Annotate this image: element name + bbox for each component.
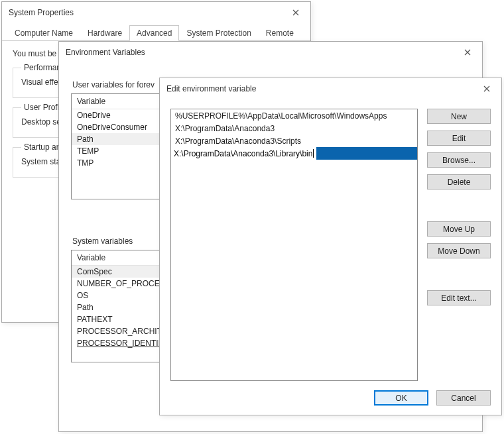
side-buttons: New Edit Browse... Delete Move Up Move D… — [427, 109, 491, 381]
titlebar: System Properties — [2, 2, 310, 23]
close-icon[interactable] — [458, 46, 477, 59]
list-item[interactable]: %USERPROFILE%\AppData\Local\Microsoft\Wi… — [171, 109, 417, 122]
list-item[interactable]: X:\ProgramData\Anaconda3\Scripts — [171, 135, 417, 147]
ok-button[interactable]: OK — [374, 390, 428, 406]
edit-button[interactable]: Edit — [427, 131, 491, 146]
list-item[interactable]: X:\ProgramData\Anaconda3 — [171, 122, 417, 135]
edit-text-button[interactable]: Edit text... — [427, 290, 491, 305]
path-entries-list[interactable]: %USERPROFILE%\AppData\Local\Microsoft\Wi… — [170, 109, 418, 381]
tab-system-protection[interactable]: System Protection — [179, 25, 258, 41]
delete-button[interactable]: Delete — [427, 174, 491, 190]
close-icon[interactable] — [477, 82, 496, 95]
browse-button[interactable]: Browse... — [427, 152, 491, 168]
tabs: Computer Name Hardware Advanced System P… — [2, 25, 310, 41]
cancel-button[interactable]: Cancel — [436, 390, 491, 406]
text-cursor — [313, 149, 314, 158]
dialog-title: Environment Variables — [66, 48, 145, 57]
close-icon[interactable] — [286, 6, 305, 19]
dialog-title: Edit environment variable — [166, 84, 256, 93]
tab-remote[interactable]: Remote — [259, 25, 301, 41]
tab-computer-name[interactable]: Computer Name — [7, 25, 80, 41]
titlebar: Edit environment variable — [160, 78, 501, 99]
list-item-editing[interactable]: X:\ProgramData\Anaconda3\Library\bin — [171, 147, 417, 160]
tab-advanced[interactable]: Advanced — [129, 25, 179, 41]
move-down-button[interactable]: Move Down — [427, 243, 491, 258]
move-up-button[interactable]: Move Up — [427, 221, 491, 237]
edit-input[interactable]: X:\ProgramData\Anaconda3\Library\bin — [174, 149, 312, 158]
dialog-title: System Properties — [9, 8, 74, 17]
edit-environment-variable-dialog: Edit environment variable %USERPROFILE%\… — [159, 78, 502, 415]
titlebar: Environment Variables — [59, 42, 482, 63]
tab-hardware[interactable]: Hardware — [80, 25, 129, 41]
new-button[interactable]: New — [427, 109, 491, 124]
